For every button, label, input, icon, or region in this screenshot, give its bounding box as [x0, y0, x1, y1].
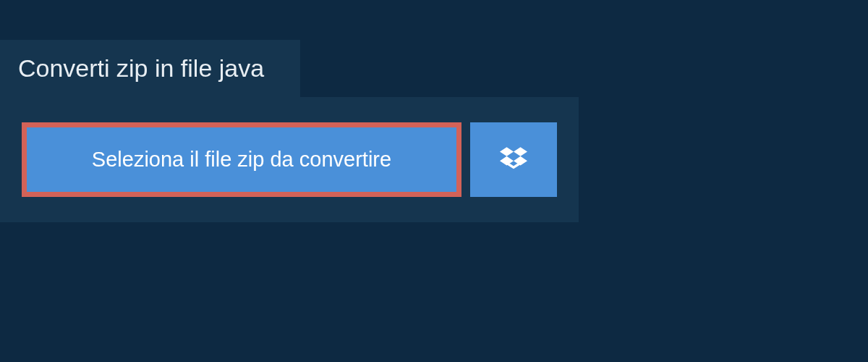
content-panel: Seleziona il file zip da convertire	[0, 97, 579, 222]
dropbox-icon	[500, 145, 527, 175]
button-row: Seleziona il file zip da convertire	[22, 122, 557, 197]
select-file-button[interactable]: Seleziona il file zip da convertire	[22, 122, 461, 197]
dropbox-button[interactable]	[470, 122, 557, 197]
tab-header: Converti zip in file java	[0, 40, 300, 97]
tab-title: Converti zip in file java	[18, 54, 264, 82]
select-file-label: Seleziona il file zip da convertire	[92, 148, 391, 172]
